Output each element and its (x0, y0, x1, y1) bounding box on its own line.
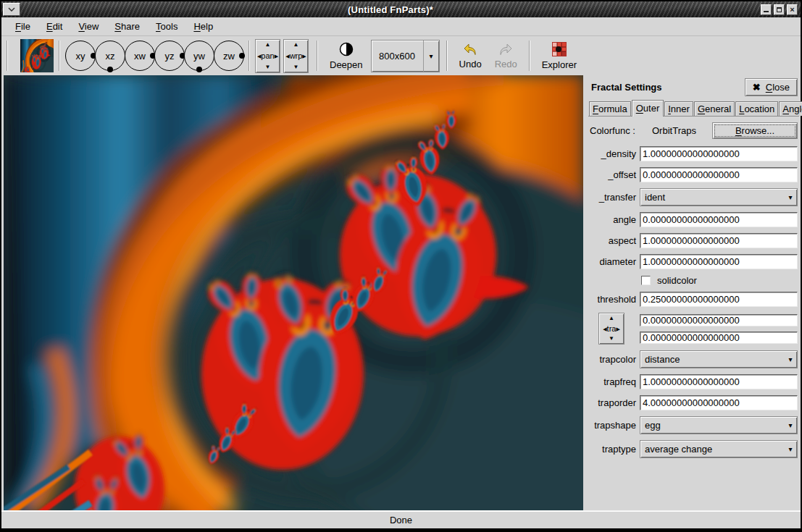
redo-icon (498, 42, 514, 56)
tab-inner[interactable]: Inner (664, 101, 693, 116)
title-bar[interactable]: (Untitled FnParts)* × (1, 1, 801, 17)
colorfunc-value: OrbitTraps (652, 125, 709, 136)
arrow-down-icon[interactable]: ▼ (265, 64, 271, 70)
arrow-down-icon[interactable]: ▼ (293, 64, 299, 70)
arrow-right-icon[interactable]: ▶ (302, 54, 306, 59)
maximize-button[interactable] (774, 4, 785, 15)
solidcolor-checkbox[interactable] (641, 276, 651, 285)
chevron-down-icon[interactable]: ▾ (423, 41, 439, 72)
tab-angles[interactable]: Angles (779, 101, 802, 116)
app-window: (Untitled FnParts)* × File Edit View Sha… (0, 0, 802, 532)
menu-help[interactable]: Help (185, 18, 221, 35)
angle-field[interactable] (640, 212, 798, 227)
trapcolor-value: distance (640, 354, 784, 365)
traporder-label: traporder (590, 397, 636, 408)
density-field[interactable] (640, 146, 798, 161)
dial-indicator-dot (107, 67, 113, 72)
offset-label: _offset (590, 169, 636, 180)
outer-tab-content: Colorfunc : OrbitTraps Browse... _densit… (588, 116, 799, 458)
fractal-image[interactable] (4, 75, 583, 510)
toolbar: xy xz xw yz yw zw ▲ ◀pan▶ ▼ ▲ ◀wrp▶ ▼ (1, 35, 801, 75)
pan-control[interactable]: ▲ ◀pan▶ ▼ (255, 39, 280, 73)
transfer-value: ident (640, 192, 784, 203)
fractal-preview-thumbnail[interactable] (20, 39, 54, 72)
tab-location[interactable]: Location (735, 101, 778, 116)
traptype-label: traptype (590, 444, 636, 455)
trap-y-field[interactable] (640, 332, 798, 344)
dial-xy[interactable]: xy (65, 41, 96, 71)
trap-x-field[interactable] (640, 314, 798, 326)
minimize-button[interactable] (761, 4, 772, 15)
tab-outer[interactable]: Outer (632, 100, 664, 117)
menu-tools[interactable]: Tools (148, 18, 185, 35)
dial-xz[interactable]: xz (95, 41, 125, 71)
arrow-up-icon[interactable]: ▲ (293, 42, 299, 48)
window-title: (Untitled FnParts)* (20, 4, 761, 15)
toolbar-separator (529, 41, 530, 71)
offset-row: _offset (590, 167, 798, 182)
window-menu-button[interactable] (3, 3, 20, 16)
threshold-row: threshold (590, 292, 798, 307)
close-icon: × (788, 5, 797, 14)
aspect-field[interactable] (640, 233, 798, 248)
undo-button[interactable]: Undo (453, 41, 488, 70)
arrow-right-icon[interactable]: ▶ (275, 54, 278, 59)
arrow-up-icon[interactable]: ▲ (609, 316, 614, 321)
dial-zw[interactable]: zw (214, 41, 244, 71)
arrow-up-icon[interactable]: ▲ (265, 42, 271, 48)
status-text: Done (390, 515, 412, 525)
close-label: Close (766, 82, 790, 93)
toolbar-separator (248, 41, 250, 71)
dial-label: yw (193, 51, 205, 62)
explorer-button[interactable]: Explorer (535, 41, 583, 71)
solidcolor-label: solidcolor (657, 275, 697, 286)
traporder-field[interactable] (640, 395, 798, 410)
menu-file[interactable]: File (7, 18, 38, 35)
dial-xw[interactable]: xw (125, 41, 155, 71)
arrow-right-icon[interactable]: ▶ (616, 326, 619, 332)
menu-share[interactable]: Share (106, 18, 148, 35)
traptype-dropdown[interactable]: average change ▾ (640, 440, 798, 458)
warp-label: wrp (290, 52, 303, 60)
deepen-button[interactable]: Deepen (323, 41, 369, 71)
pan-label: pan (261, 52, 274, 60)
redo-label: Redo (495, 59, 517, 69)
rotation-dials: xy xz xw yz yw zw (65, 41, 243, 71)
tab-formula[interactable]: Formula (589, 101, 631, 116)
arrow-down-icon[interactable]: ▼ (609, 336, 614, 342)
redo-button[interactable]: Redo (488, 41, 524, 70)
trap-fourway-label: tra (607, 325, 617, 333)
toolbar-separator (317, 41, 318, 71)
traptype-value: average change (640, 444, 784, 455)
trapcolor-dropdown[interactable]: distance ▾ (640, 350, 798, 368)
diameter-label: diameter (590, 256, 636, 267)
dial-yw[interactable]: yw (184, 41, 214, 71)
browse-button[interactable]: Browse... (712, 122, 798, 139)
settings-tabs: Formula Outer Inner General Location Ang… (588, 99, 799, 116)
trap-fourway-control[interactable]: ▲ ◀tra▶ ▼ (598, 313, 625, 345)
fractal-canvas[interactable] (4, 75, 583, 510)
warp-control[interactable]: ▲ ◀wrp▶ ▼ (283, 39, 309, 73)
dial-yz[interactable]: yz (154, 41, 185, 71)
status-bar: Done (1, 510, 801, 528)
close-window-button[interactable]: × (787, 4, 798, 15)
diameter-field[interactable] (640, 254, 798, 269)
menu-view[interactable]: View (70, 18, 106, 35)
trap-point-row: ▲ ◀tra▶ ▼ (590, 313, 798, 345)
trapfreq-field[interactable] (640, 374, 798, 389)
settings-title: Fractal Settings (591, 82, 662, 93)
chevron-down-icon: ▾ (784, 355, 797, 363)
tab-general[interactable]: General (694, 101, 735, 116)
menu-edit[interactable]: Edit (38, 18, 70, 35)
settings-header: Fractal Settings ✖ Close (588, 75, 799, 99)
transfer-row: _transfer ident ▾ (590, 188, 798, 206)
chevron-down-icon: ▾ (784, 445, 797, 453)
trapshape-dropdown[interactable]: egg ▾ (640, 416, 798, 434)
transfer-dropdown[interactable]: ident ▾ (640, 188, 798, 206)
offset-field[interactable] (640, 167, 798, 182)
close-settings-button[interactable]: ✖ Close (745, 78, 798, 96)
trapfreq-row: trapfreq (590, 374, 798, 389)
threshold-field[interactable] (640, 292, 798, 307)
trapshape-label: trapshape (590, 420, 636, 431)
image-size-combobox[interactable]: 800x600 ▾ (371, 40, 440, 72)
